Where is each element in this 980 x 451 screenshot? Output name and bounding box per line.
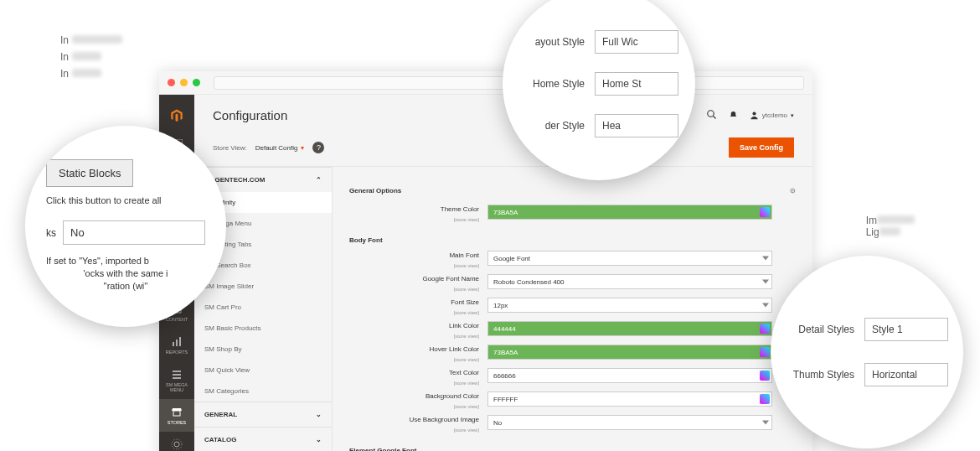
search-icon[interactable]	[707, 110, 717, 122]
svg-rect-11	[173, 411, 180, 416]
svg-line-16	[713, 116, 715, 118]
browser-window: Dashboard $Sales Products Customers Mark…	[159, 71, 812, 451]
text-color-input[interactable]: 666666	[487, 368, 772, 383]
field-label: Theme Color	[441, 205, 479, 213]
zoom-detail-styles: Detail StylesStyle 1 Thumb StylesHorizon…	[771, 256, 963, 448]
admin-app: Dashboard $Sales Products Customers Mark…	[159, 95, 812, 451]
detail-styles-select[interactable]: Style 1	[864, 318, 948, 341]
detail-styles-label: Detail Styles	[786, 324, 854, 335]
menu-item-sm-basic-products[interactable]: SM Basic Products	[194, 318, 332, 339]
settings-panel: General Options⊙ Theme Color[store view]…	[333, 167, 812, 451]
import-blocks-select[interactable]: No	[63, 220, 205, 245]
collapse-icon: ⊙	[790, 187, 796, 194]
nav-stores[interactable]: Stores	[159, 399, 194, 432]
magento-icon	[169, 108, 184, 123]
scope-row: Store View: Default Config▾ ? Save Confi…	[194, 129, 812, 167]
menu-item-sm-quick-view[interactable]: SM Quick View	[194, 360, 332, 381]
section-general-options[interactable]: General Options⊙	[349, 187, 796, 194]
subsection-element-google-font: Element Google Font	[349, 447, 796, 451]
color-swatch-icon	[760, 371, 770, 381]
cutoff-label: ks	[46, 227, 56, 239]
subsection-body-font: Body Font	[349, 236, 796, 244]
stores-icon	[171, 406, 183, 417]
chevron-up-icon: ⌃	[316, 176, 322, 184]
scope-selector[interactable]: Default Config▾	[255, 144, 305, 152]
nav-logo[interactable]	[159, 101, 194, 132]
svg-rect-8	[173, 371, 181, 372]
helper-text: Click this button to create all	[46, 195, 205, 205]
color-swatch-icon	[760, 347, 770, 357]
svg-rect-9	[173, 374, 181, 376]
content-area: Configuration ytcdemo▾ Store View: Defau…	[194, 95, 812, 451]
zoom-static-blocks: Static Blocks Click this button to creat…	[25, 126, 226, 327]
font-size-select[interactable]: 12px	[487, 298, 772, 313]
browser-titlebar	[159, 71, 812, 95]
menu-item-sm-shop-by[interactable]: SM Shop By	[194, 339, 332, 360]
background-header-text: In In In	[60, 32, 122, 82]
theme-color-input[interactable]: 73BA5A	[487, 205, 772, 220]
thumb-styles-select[interactable]: Horizontal	[864, 363, 948, 386]
static-blocks-button[interactable]: Static Blocks	[46, 159, 133, 187]
header-style-label: der Style	[519, 120, 585, 132]
use-bg-image-select[interactable]: No	[487, 415, 772, 430]
notifications-icon[interactable]	[729, 110, 738, 122]
nav-sm-mega-menu[interactable]: SM MegaMenu	[159, 361, 194, 399]
menu-icon	[171, 368, 183, 380]
field-label: Font Size	[451, 298, 479, 306]
svg-point-13	[172, 439, 182, 449]
menu-item-sm-categories[interactable]: SM Categories	[194, 381, 332, 402]
chevron-down-icon: ⌄	[316, 411, 322, 418]
svg-point-15	[708, 110, 714, 117]
field-label: Main Font	[449, 251, 479, 259]
nav-system[interactable]: System	[159, 432, 194, 451]
field-label: Use Background Image	[409, 416, 479, 423]
minimize-traffic-icon[interactable]	[180, 79, 188, 86]
svg-rect-10	[173, 377, 181, 379]
field-label: Link Color	[449, 322, 479, 329]
maximize-traffic-icon[interactable]	[193, 79, 200, 86]
svg-rect-6	[176, 340, 178, 346]
field-label: Google Font Name	[422, 275, 479, 283]
svg-rect-5	[173, 342, 174, 346]
menu-group-catalog[interactable]: CATALOG⌄	[194, 427, 332, 451]
color-swatch-icon	[760, 394, 770, 404]
field-label: Hover Link Color	[429, 345, 479, 353]
svg-rect-7	[179, 337, 181, 346]
google-font-name-select[interactable]: Roboto Condensed 400	[487, 274, 772, 289]
bg-color-input[interactable]: FFFFFF	[487, 391, 772, 407]
field-label: Text Color	[449, 369, 479, 376]
color-swatch-icon	[760, 207, 770, 217]
save-config-button[interactable]: Save Config	[729, 137, 794, 158]
chevron-down-icon: ⌄	[316, 436, 322, 443]
thumb-styles-label: Thumb Styles	[786, 369, 854, 381]
color-swatch-icon	[760, 324, 770, 334]
reports-icon	[171, 335, 183, 347]
gear-icon	[171, 438, 183, 450]
layout-style-select[interactable]: Full Wic	[595, 30, 678, 54]
svg-point-17	[752, 111, 756, 115]
user-avatar-icon	[750, 111, 759, 120]
home-style-label: Home Style	[519, 78, 585, 90]
main-font-select[interactable]: Google Font	[487, 251, 772, 266]
layout-style-label: ayout Style	[519, 36, 585, 48]
hover-link-color-input[interactable]: 73BA5A	[487, 345, 772, 360]
help-icon[interactable]: ?	[312, 142, 324, 153]
field-label: Background Color	[426, 392, 479, 400]
scope-label: Store View:	[213, 144, 247, 152]
svg-point-12	[174, 442, 179, 447]
close-traffic-icon[interactable]	[168, 79, 175, 86]
nav-reports[interactable]: Reports	[159, 329, 194, 361]
link-color-input[interactable]: 444444	[487, 321, 772, 336]
menu-item-sm-cart-pro[interactable]: SM Cart Pro	[194, 297, 332, 318]
menu-group-general[interactable]: GENERAL⌄	[194, 402, 332, 427]
home-style-select[interactable]: Home St	[595, 72, 678, 96]
sub-help-text: If set to "Yes", imported b 'ocks with t…	[46, 255, 205, 293]
header-style-select[interactable]: Hea	[595, 114, 678, 137]
menu-item-sm-image-slider[interactable]: SM Image Slider	[194, 276, 332, 297]
user-menu[interactable]: ytcdemo▾	[750, 111, 794, 120]
background-right-text: Im Lig	[866, 215, 915, 238]
